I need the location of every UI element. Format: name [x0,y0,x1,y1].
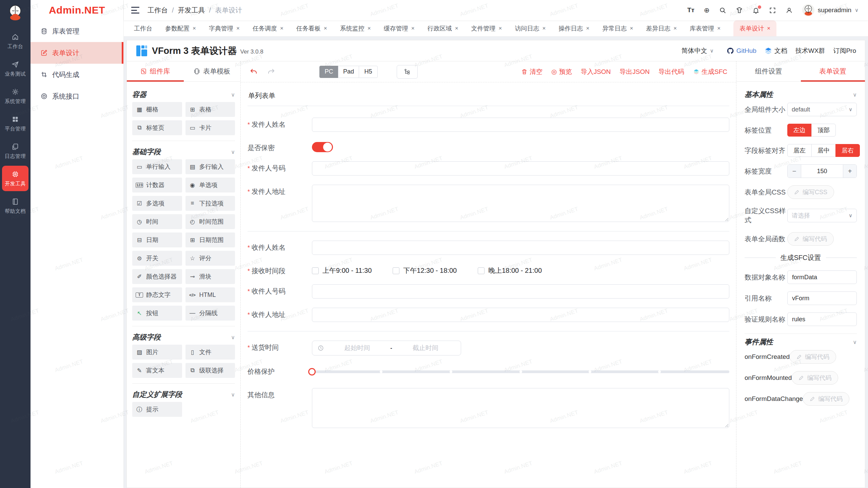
component-chip-date-range[interactable]: ⊞日期范围 [185,232,235,247]
component-chip-select[interactable]: ≡下拉选项 [185,196,235,211]
notification-icon[interactable] [752,7,760,14]
sidebar-item-code-gen[interactable]: 代码生成 [31,64,123,85]
component-chip-slider[interactable]: ⊸滑块 [185,269,235,284]
resize-grip[interactable] [724,217,728,221]
tab-task-board[interactable]: 任务看板× [296,20,327,36]
end-time-placeholder[interactable]: 截止时间 [396,344,455,352]
tab-dict-manage[interactable]: 字典管理× [209,20,240,36]
component-chip-divider[interactable]: —分隔线 [185,306,235,321]
receiver-address-input[interactable] [312,308,729,322]
tab-file-manage[interactable]: 文件管理× [471,20,502,36]
data-object-name-input[interactable] [787,270,857,284]
secret-switch-on[interactable] [312,142,333,152]
component-chip-number[interactable]: 123计数器 [132,178,182,192]
preview-button[interactable]: ◎预览 [551,67,572,76]
edit-code-button[interactable]: 编写代码 [790,350,836,364]
rail-item-dev-tools[interactable]: 开发工具 [2,166,28,191]
export-json-button[interactable]: 导出JSON [619,67,650,76]
close-icon[interactable]: × [368,25,371,32]
field-sender-address[interactable]: *发件人地址 [248,185,729,222]
sender-name-input[interactable] [312,118,729,132]
profile-icon[interactable] [786,7,793,14]
price-protect-slider[interactable] [312,365,729,379]
delivery-time-range-picker[interactable]: 起始时间 - 截止时间 [312,341,461,355]
form-title[interactable]: 单列表单 [248,90,729,106]
edit-code-button[interactable]: 编写代码 [803,392,849,406]
search-icon[interactable] [719,7,726,14]
field-receiver-phone[interactable]: *收件人号码 [248,284,729,299]
field-secret[interactable]: 是否保密 [248,141,729,152]
close-icon[interactable]: × [193,25,196,32]
stepper-decrease-button[interactable]: − [788,165,801,178]
device-pad-button[interactable]: Pad [338,66,359,78]
label-position-left-button[interactable]: 左边 [787,124,812,137]
font-size-icon[interactable]: Tт [687,6,694,14]
close-icon[interactable]: × [542,25,546,32]
field-receiver-name[interactable]: *收件人姓名 [248,241,729,255]
clear-button[interactable]: 清空 [521,67,542,76]
user-menu[interactable]: superadmin ∨ [802,4,859,16]
edit-css-button[interactable]: 编写CSS [787,185,834,199]
component-chip-button[interactable]: ↖按钮 [132,306,182,321]
device-h5-button[interactable]: H5 [359,66,378,78]
subscribe-pro-link[interactable]: 订阅Pro [833,46,856,55]
field-receiver-address[interactable]: *收件人地址 [248,308,729,322]
sender-phone-input[interactable] [312,161,729,176]
section-header-basic[interactable]: 基础字段 ∨ [132,144,235,159]
section-header-custom[interactable]: 自定义扩展字段 ∨ [132,387,235,402]
theme-icon[interactable] [736,7,743,14]
receiver-phone-input[interactable] [312,284,729,299]
breadcrumb-item[interactable]: 开发工具 [178,6,205,15]
tab-task-schedule[interactable]: 任务调度× [253,20,283,36]
docs-link[interactable]: 文档 [765,46,787,55]
section-header-advanced[interactable]: 高级字段 ∨ [132,330,235,345]
close-icon[interactable]: × [586,25,589,32]
align-center-button[interactable]: 居中 [811,144,836,157]
receiver-name-input[interactable] [312,241,729,255]
wx-group-link[interactable]: 技术WX群 [795,46,825,55]
collapse-menu-icon[interactable] [131,7,139,14]
tab-sys-monitor[interactable]: 系统监控× [340,20,371,36]
align-right-button[interactable]: 居右 [835,144,860,157]
close-icon[interactable]: × [411,25,415,32]
sidebar-item-api[interactable]: 系统接口 [31,85,123,107]
close-icon[interactable]: × [673,25,677,32]
component-chip-card[interactable]: ▭卡片 [185,120,235,135]
tab-form-template[interactable]: 表单模板 [184,61,241,81]
label-position-top-button[interactable]: 顶部 [811,124,836,137]
fullscreen-icon[interactable] [769,7,776,14]
slider-track[interactable] [312,370,729,373]
component-chip-rich-text[interactable]: ✎富文本 [132,363,182,378]
component-chip-alert[interactable]: ⓘ提示 [132,402,182,417]
section-header-container[interactable]: 容器 ∨ [132,87,235,102]
close-icon[interactable]: × [236,25,240,32]
tab-cache-manage[interactable]: 缓存管理× [384,20,415,36]
slider-handle[interactable] [308,368,316,375]
close-icon[interactable]: × [280,25,283,32]
tab-access-log[interactable]: 访问日志× [515,20,546,36]
global-size-select[interactable]: default∨ [787,103,857,116]
rail-item-help-docs[interactable]: 帮助文档 [2,193,28,219]
device-pc-button[interactable]: PC [319,66,338,78]
start-time-placeholder[interactable]: 起始时间 [327,344,387,352]
tab-form-settings[interactable]: 表单设置 [801,61,865,81]
edit-code-button[interactable]: 编写代码 [787,232,834,246]
outline-tree-button[interactable] [397,65,418,79]
checkbox-morning[interactable]: 上午9:00 - 11:30 [312,266,372,275]
redo-icon[interactable] [267,68,275,76]
rules-name-input[interactable] [787,312,857,326]
close-icon[interactable]: × [324,25,327,32]
component-chip-time-range[interactable]: ◴时间范围 [185,214,235,229]
align-left-button[interactable]: 居左 [787,144,812,157]
tab-error-log[interactable]: 异常日志× [602,20,633,36]
checkbox-evening[interactable]: 晚上18:00 - 21:00 [478,266,542,275]
rail-item-workbench[interactable]: 工作台 [2,28,28,54]
component-chip-checkbox[interactable]: ☑多选项 [132,196,182,211]
field-price-protect[interactable]: 价格保护 [248,365,729,379]
breadcrumb-item[interactable]: 工作台 [147,6,168,15]
rail-item-logs[interactable]: 日志管理 [2,138,28,164]
component-chip-file[interactable]: ▯文件 [185,345,235,360]
label-width-value[interactable]: 150 [801,165,843,178]
component-chip-tabs[interactable]: ⧉标签页 [132,120,182,135]
component-chip-date[interactable]: ⊟日期 [132,232,182,247]
